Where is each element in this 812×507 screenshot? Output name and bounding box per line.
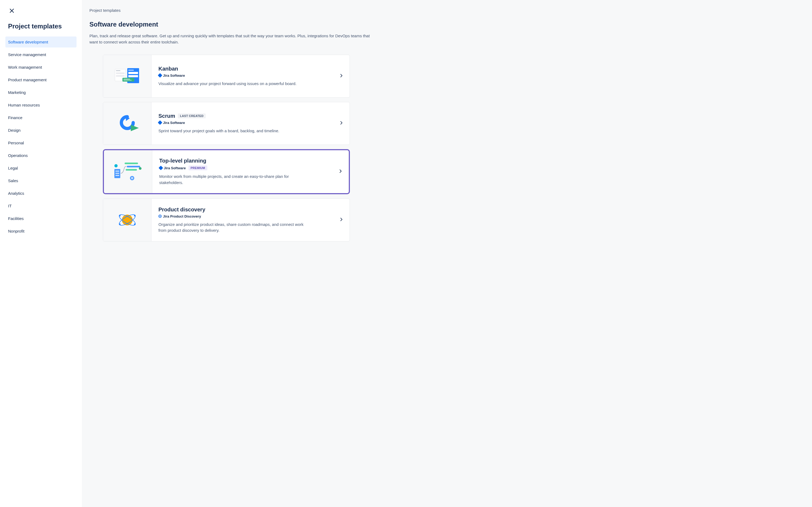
template-thumbnail [103, 199, 151, 241]
sidebar-item-sales[interactable]: Sales [5, 175, 77, 186]
page-title: Software development [89, 21, 805, 28]
chevron-right-icon [339, 120, 344, 126]
svg-rect-17 [124, 163, 138, 164]
svg-rect-1 [116, 70, 120, 71]
svg-point-21 [139, 167, 142, 170]
sidebar-item-software-development[interactable]: Software development [5, 37, 77, 48]
breadcrumb[interactable]: Project templates [89, 8, 805, 13]
svg-point-29 [119, 223, 120, 225]
svg-rect-15 [115, 173, 119, 174]
product-name: Jira Software [163, 121, 185, 125]
sidebar-item-personal[interactable]: Personal [5, 137, 77, 148]
template-body: KanbanJira SoftwareVisualize and advance… [151, 55, 350, 97]
sidebar-item-marketing[interactable]: Marketing [5, 87, 77, 98]
svg-point-27 [119, 215, 120, 217]
svg-rect-2 [116, 72, 124, 74]
template-card-scrum[interactable]: ScrumLAST CREATEDJira SoftwareSprint tow… [103, 102, 350, 145]
svg-rect-9 [123, 79, 130, 79]
svg-rect-7 [129, 75, 138, 77]
svg-rect-5 [129, 70, 134, 70]
jira-software-icon [158, 120, 162, 125]
svg-point-28 [134, 215, 136, 217]
template-description: Monitor work from multiple projects, and… [159, 174, 310, 186]
sidebar-item-human-resources[interactable]: Human resources [5, 100, 77, 111]
template-title: Product discovery [158, 207, 205, 213]
badge-premium: PREMIUM [189, 166, 207, 170]
sidebar-item-facilities[interactable]: Facilities [5, 213, 77, 224]
template-description: Organize and prioritize product ideas, s… [158, 222, 309, 234]
template-description: Visualize and advance your project forwa… [158, 81, 309, 87]
svg-point-32 [159, 216, 161, 217]
main-content: Project templates Software development P… [82, 0, 812, 507]
svg-rect-16 [115, 175, 119, 176]
jira-product-discovery-icon [158, 215, 162, 218]
sidebar: Project templates Software developmentSe… [0, 0, 82, 507]
sidebar-item-design[interactable]: Design [5, 125, 77, 136]
svg-marker-12 [131, 125, 139, 131]
svg-point-20 [114, 164, 118, 167]
product-name: Jira Software [164, 166, 186, 170]
svg-rect-14 [115, 171, 119, 172]
svg-rect-19 [126, 169, 137, 171]
template-body: ScrumLAST CREATEDJira SoftwareSprint tow… [151, 102, 350, 145]
sidebar-nav: Software developmentService managementWo… [5, 37, 77, 238]
svg-point-30 [134, 223, 136, 225]
badge-gray: LAST CREATED [178, 113, 206, 118]
sidebar-item-analytics[interactable]: Analytics [5, 188, 77, 199]
template-thumbnail [103, 55, 151, 97]
sidebar-item-it[interactable]: IT [5, 201, 77, 211]
product-label: Jira Software [158, 121, 185, 125]
svg-rect-6 [129, 72, 138, 74]
jira-software-icon [159, 166, 163, 170]
chevron-right-icon [338, 169, 343, 175]
template-body: Top-level planningJira SoftwarePREMIUMMo… [152, 150, 349, 193]
chevron-right-icon [339, 217, 344, 223]
jira-software-icon [158, 73, 162, 78]
close-button[interactable] [6, 5, 17, 16]
sidebar-item-operations[interactable]: Operations [5, 150, 77, 161]
template-body: Product discoveryJira Product DiscoveryO… [151, 199, 350, 241]
product-label: Jira Product Discovery [158, 214, 201, 218]
product-name: Jira Product Discovery [163, 214, 201, 218]
template-title: Top-level planning [159, 158, 206, 164]
template-card-kanban[interactable]: KanbanJira SoftwareVisualize and advance… [103, 55, 350, 98]
template-card-top-level-planning[interactable]: Top-level planningJira SoftwarePREMIUMMo… [103, 149, 350, 194]
template-thumbnail [104, 150, 152, 193]
product-label: Jira Software [159, 166, 186, 170]
chevron-right-icon [339, 73, 344, 79]
product-name: Jira Software [163, 73, 185, 77]
svg-rect-18 [127, 166, 140, 167]
svg-rect-3 [116, 75, 124, 77]
template-description: Sprint toward your project goals with a … [158, 128, 309, 134]
svg-rect-10 [123, 80, 132, 80]
sidebar-item-legal[interactable]: Legal [5, 163, 77, 174]
svg-rect-8 [122, 78, 134, 81]
sidebar-item-product-management[interactable]: Product management [5, 74, 77, 85]
close-icon [9, 8, 15, 14]
product-label: Jira Software [158, 73, 185, 77]
template-title: Kanban [158, 66, 178, 72]
template-list: KanbanJira SoftwareVisualize and advance… [103, 55, 350, 241]
template-title: Scrum [158, 113, 175, 119]
template-card-product-discovery[interactable]: Product discoveryJira Product DiscoveryO… [103, 199, 350, 241]
sidebar-item-finance[interactable]: Finance [5, 112, 77, 123]
page-description: Plan, track and release great software. … [89, 33, 371, 45]
svg-rect-23 [131, 177, 133, 179]
sidebar-item-work-management[interactable]: Work management [5, 62, 77, 73]
template-thumbnail [103, 102, 151, 145]
sidebar-item-nonprofit[interactable]: Nonprofit [5, 226, 77, 237]
sidebar-item-service-management[interactable]: Service management [5, 49, 77, 60]
sidebar-title: Project templates [8, 22, 77, 30]
